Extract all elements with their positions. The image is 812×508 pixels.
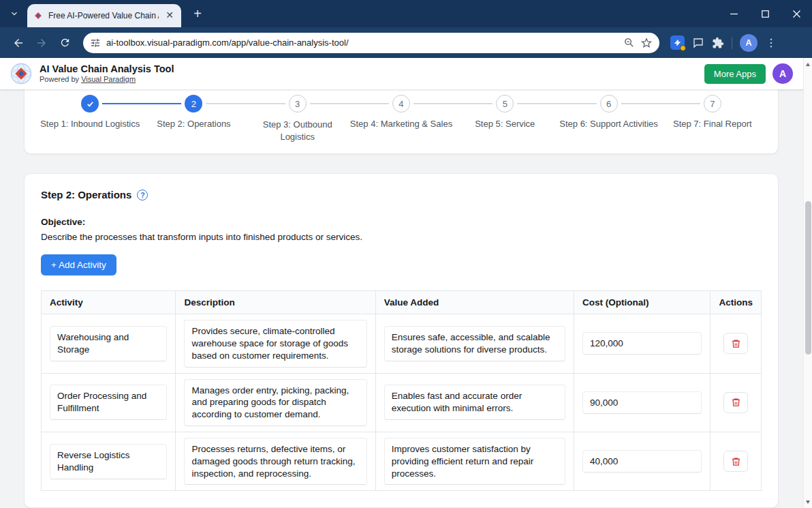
app-header: AI Value Chain Analysis Tool Powered by … [0,58,812,89]
extension-icon-blue[interactable] [670,35,685,50]
extensions-puzzle-icon[interactable] [712,37,724,49]
site-info-icon[interactable] [90,38,101,48]
tab-search-button[interactable] [5,5,23,23]
table-row: Reverse Logistics Handling Processes ret… [42,432,762,490]
table-row: Warehousing and Storage Provides secure,… [42,314,762,373]
cost-input[interactable] [582,450,702,473]
activity-field[interactable]: Order Processing and Fulfillment [50,385,167,420]
step-5-circle: 5 [496,95,514,113]
description-field[interactable]: Provides secure, climate-controlled ware… [184,320,366,367]
col-header-description: Description [176,291,375,314]
browser-tab[interactable]: Free AI-Powered Value Chain An ✕ [27,4,181,27]
browser-menu-icon[interactable]: ⋮ [765,36,777,49]
step-1-circle [81,95,99,113]
stepper-step-4[interactable]: 4 Step 4: Marketing & Sales [349,92,453,143]
delete-row-button[interactable] [723,451,748,472]
step-6-label: Step 6: Support Activities [557,119,660,129]
description-field[interactable]: Manages order entry, picking, packing, a… [184,379,366,426]
description-field[interactable]: Processes returns, defective items, or d… [184,438,366,485]
stepper: Step 1: Inbound Logistics 2 Step 2: Oper… [38,92,764,143]
stepper-step-6[interactable]: 6 Step 6: Support Activities [557,92,660,143]
toolbar-separator [732,37,732,49]
scroll-down-arrow[interactable] [804,497,812,507]
scroll-up-arrow[interactable] [804,59,812,69]
table-header-row: Activity Description Value Added Cost (O… [42,291,762,314]
stepper-card: Step 1: Inbound Logistics 2 Step 2: Oper… [24,89,779,154]
step-2-card: Step 2: Operations ? Objective: Describe… [24,173,779,508]
stepper-step-7[interactable]: 7 Step 7: Final Report [661,92,764,143]
trash-icon [731,456,741,467]
visual-paradigm-link[interactable]: Visual Paradigm [81,75,136,83]
step-6-circle: 6 [600,95,618,113]
stepper-step-2[interactable]: 2 Step 2: Operations [142,92,245,143]
delete-row-button[interactable] [723,333,748,354]
new-tab-button[interactable]: + [188,4,207,23]
table-row: Order Processing and Fulfillment Manages… [42,373,762,432]
help-icon[interactable]: ? [137,190,148,200]
check-icon [86,100,95,108]
reload-button[interactable] [53,31,76,55]
minimize-icon [730,10,738,18]
stepper-step-5[interactable]: 5 Step 5: Service [453,92,557,143]
back-icon [12,37,25,49]
trash-icon [731,338,741,349]
scrollbar-thumb[interactable] [805,201,811,355]
browser-toolbar: ai-toolbox.visual-paradigm.com/app/value… [0,27,812,58]
powered-by-prefix: Powered by [40,75,81,83]
back-button[interactable] [7,31,30,55]
step-2-label: Step 2: Operations [142,119,245,129]
close-button[interactable] [781,0,812,27]
page-content: Step 1: Inbound Logistics 2 Step 2: Oper… [0,89,812,508]
url-bar[interactable]: ai-toolbox.visual-paradigm.com/app/value… [83,33,659,53]
cost-input[interactable] [582,332,702,355]
app-logo [10,62,33,85]
tab-close-icon[interactable]: ✕ [163,10,176,22]
col-header-value-added: Value Added [375,291,574,314]
zoom-icon[interactable] [623,37,635,48]
value-added-field[interactable]: Ensures safe, accessible, and scalable s… [384,326,565,361]
step-3-label: Step 3: Outbound Logistics [257,119,338,143]
step-7-circle: 7 [704,95,721,113]
col-header-cost: Cost (Optional) [574,291,710,314]
value-added-field[interactable]: Improves customer satisfaction by provid… [384,438,565,485]
account-avatar[interactable]: A [772,63,793,84]
maximize-button[interactable] [749,0,781,27]
delete-row-button[interactable] [723,392,748,413]
activity-field[interactable]: Reverse Logistics Handling [50,444,167,479]
stepper-step-3[interactable]: 3 Step 3: Outbound Logistics [246,92,349,143]
trash-icon [731,397,741,408]
extension-icon-chat[interactable] [692,37,704,49]
forward-icon [35,37,48,49]
url-text[interactable]: ai-toolbox.visual-paradigm.com/app/value… [106,38,618,48]
tab-strip: Free AI-Powered Value Chain An ✕ + [0,0,812,27]
more-apps-button[interactable]: More Apps [704,64,766,84]
activities-table: Activity Description Value Added Cost (O… [41,290,762,491]
powered-by: Powered by Visual Paradigm [40,75,174,84]
step-7-label: Step 7: Final Report [661,119,764,129]
tab-title: Free AI-Powered Value Chain An [48,11,159,20]
stepper-step-1[interactable]: Step 1: Inbound Logistics [38,92,142,143]
favicon-visual-paradigm [33,10,44,21]
activity-field[interactable]: Warehousing and Storage [50,326,167,361]
forward-button[interactable] [30,31,53,55]
add-activity-button[interactable]: + Add Activity [41,254,116,275]
cost-input[interactable] [582,391,702,414]
app-title: AI Value Chain Analysis Tool [40,63,174,75]
minimize-button[interactable] [718,0,749,27]
reload-icon [59,37,71,48]
step-4-label: Step 4: Marketing & Sales [349,119,453,129]
close-icon [793,10,800,18]
step-4-circle: 4 [392,95,410,113]
scroll-up-icon [806,63,810,66]
bookmark-star-icon[interactable] [640,37,653,49]
step-1-label: Step 1: Inbound Logistics [38,119,142,129]
col-header-actions: Actions [710,291,762,314]
page-viewport: AI Value Chain Analysis Tool Powered by … [0,58,812,508]
chevron-down-icon [10,9,19,18]
browser-profile-avatar[interactable]: A [740,34,758,52]
toolbar-extensions-area: A ⋮ [670,34,777,52]
page-scrollbar[interactable] [803,58,812,508]
col-header-activity: Activity [42,291,176,314]
step-5-label: Step 5: Service [453,119,557,129]
value-added-field[interactable]: Enables fast and accurate order executio… [384,385,565,420]
